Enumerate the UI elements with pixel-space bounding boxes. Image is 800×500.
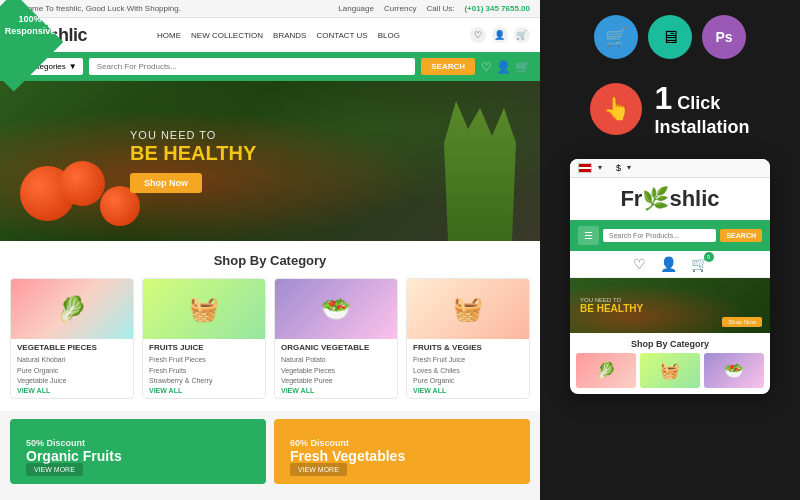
mobile-hero: YOU NEED TO BE HEALTHY Shop Now <box>570 278 770 333</box>
wishlist-icon[interactable]: ♡ <box>470 27 486 43</box>
vegetable-right <box>440 101 520 241</box>
tomato-2 <box>60 161 105 206</box>
right-panel: 🛒 🖥 Ps 👆 1 Click Installation ▾ $ ▾ Fr🌿s… <box>540 0 800 500</box>
category-card-organic[interactable]: 🥗 ORGANIC VEGETABLE Natural Potato Veget… <box>274 278 398 399</box>
dollar-sign: $ <box>616 163 621 173</box>
phone-number[interactable]: (+01) 345 7655.00 <box>464 4 530 13</box>
mobile-preview: ▾ $ ▾ Fr🌿shlic ☰ SEARCH ♡ 👤 🛒 0 YOU NEED… <box>570 159 770 394</box>
category-grid: 🥬 VEGETABLE PIECES Natural Khobari Pure … <box>10 278 530 399</box>
promo-discount-1: 60% Discount <box>290 438 514 448</box>
nav-home[interactable]: HOME <box>157 31 181 40</box>
dropdown-arrow-flag[interactable]: ▾ <box>598 163 602 172</box>
category-card-fruits-juice[interactable]: 🧺 FRUITS JUICE Fresh Fruit Pieces Fresh … <box>142 278 266 399</box>
site-header: Fr🌿shlic HOME NEW COLLECTION BRANDS CONT… <box>0 18 540 52</box>
install-text: 1 Click Installation <box>654 79 749 139</box>
dropdown-arrow-currency[interactable]: ▾ <box>627 163 631 172</box>
category-section: Shop By Category 🥬 VEGETABLE PIECES Natu… <box>0 241 540 411</box>
mobile-search-button[interactable]: SEARCH <box>720 229 762 242</box>
installation-section: 👆 1 Click Installation <box>590 79 749 139</box>
mobile-menu-icon[interactable]: ☰ <box>578 226 599 245</box>
section-title: Shop By Category <box>10 253 530 268</box>
nav-collection[interactable]: NEW COLLECTION <box>191 31 263 40</box>
mobile-user-icon[interactable]: 👤 <box>660 256 677 272</box>
mobile-cat-2[interactable]: 🧺 <box>640 353 700 388</box>
category-image-vegetables: 🥬 <box>11 279 133 339</box>
promo-card-organic[interactable]: 50% Discount Organic Fruits VIEW MORE <box>10 419 266 484</box>
topbar: Welcome To freshlic, Good Luck With Shop… <box>0 0 540 18</box>
promo-card-vegetables[interactable]: 60% Discount Fresh Vegetables VIEW MORE <box>274 419 530 484</box>
cart-icon-white[interactable]: 🛒 <box>515 60 530 74</box>
cart-icon[interactable]: 🛒 <box>514 27 530 43</box>
currency-selector[interactable]: Currency <box>384 4 416 13</box>
promo-btn-0[interactable]: VIEW MORE <box>26 463 83 476</box>
category-image-fruits-juice: 🧺 <box>143 279 265 339</box>
category-card-vegetables[interactable]: 🥬 VEGETABLE PIECES Natural Khobari Pure … <box>10 278 134 399</box>
mobile-icons-bar: ♡ 👤 🛒 0 <box>570 251 770 278</box>
nav-brands[interactable]: BRANDS <box>273 31 306 40</box>
website-preview: Welcome To freshlic, Good Luck With Shop… <box>0 0 540 500</box>
mobile-search-bar: ☰ SEARCH <box>570 220 770 251</box>
view-all-3[interactable]: VIEW ALL <box>413 387 523 394</box>
header-icons: ♡ 👤 🛒 <box>470 27 530 43</box>
mobile-shop-now-button[interactable]: Shop Now <box>722 317 762 327</box>
category-image-fruits-vegies: 🧺 <box>407 279 529 339</box>
touch-icon[interactable]: 👆 <box>590 83 642 135</box>
hero-title: BE HEALTHY <box>130 141 256 165</box>
cat-links-2: Natural Potato Vegetable Pieces Vegetabl… <box>281 355 391 387</box>
cart-count-badge: 0 <box>704 252 714 262</box>
cat-links-3: Fresh Fruit Juice Loves & Chiles Pure Or… <box>413 355 523 387</box>
cart-feature-icon[interactable]: 🛒 <box>594 15 638 59</box>
mobile-hero-title: BE HEALTHY <box>580 303 643 314</box>
mobile-section-title: Shop By Category <box>570 333 770 353</box>
mobile-hero-text: YOU NEED TO BE HEALTHY <box>580 297 643 314</box>
promo-title-1: Fresh Vegetables <box>290 448 514 465</box>
cat-name-0: VEGETABLE PIECES <box>17 343 127 352</box>
view-all-0[interactable]: VIEW ALL <box>17 387 127 394</box>
hero-content: YOU NEED TO BE HEALTHY Shop Now <box>130 129 256 193</box>
mobile-cart-icon[interactable]: 🛒 0 <box>691 256 708 272</box>
chevron-down-icon: ▼ <box>69 62 77 71</box>
category-image-organic: 🥗 <box>275 279 397 339</box>
nav-blog[interactable]: BLOG <box>378 31 400 40</box>
flag-icon <box>578 163 592 173</box>
mobile-topbar: ▾ $ ▾ <box>570 159 770 178</box>
monitor-feature-icon[interactable]: 🖥 <box>648 15 692 59</box>
promo-title-0: Organic Fruits <box>26 448 250 465</box>
mobile-logo[interactable]: Fr🌿shlic <box>620 186 719 212</box>
cat-name-2: ORGANIC VEGETABLE <box>281 343 391 352</box>
mobile-cat-1[interactable]: 🥬 <box>576 353 636 388</box>
nav-contact[interactable]: CONTACT US <box>316 31 367 40</box>
heart-icon[interactable]: ♡ <box>481 60 492 74</box>
shop-now-button[interactable]: Shop Now <box>130 173 202 193</box>
promo-discount-0: 50% Discount <box>26 438 250 448</box>
hero-subtitle: YOU NEED TO <box>130 129 256 141</box>
welcome-text: Welcome To freshlic, Good Luck With Shop… <box>10 4 181 13</box>
cat-links-0: Natural Khobari Pure Organic Vegetable J… <box>17 355 127 387</box>
search-action-icons: ♡ 👤 🛒 <box>481 60 530 74</box>
cat-name-3: FRUITS & VEGIES <box>413 343 523 352</box>
search-button[interactable]: SEARCH <box>421 58 475 75</box>
promo-section: 50% Discount Organic Fruits VIEW MORE 60… <box>0 411 540 492</box>
mobile-category-grid: 🥬 🧺 🥗 <box>570 353 770 394</box>
language-selector[interactable]: Language <box>338 4 374 13</box>
user-icon[interactable]: 👤 <box>492 27 508 43</box>
badge-label: 100%Responsive <box>4 14 56 37</box>
view-all-2[interactable]: VIEW ALL <box>281 387 391 394</box>
view-all-1[interactable]: VIEW ALL <box>149 387 259 394</box>
mobile-logo-area: Fr🌿shlic <box>570 178 770 220</box>
hero-section: YOU NEED TO BE HEALTHY Shop Now <box>0 81 540 241</box>
mobile-cat-3[interactable]: 🥗 <box>704 353 764 388</box>
user-icon-white[interactable]: 👤 <box>496 60 511 74</box>
category-card-fruits-vegies[interactable]: 🧺 FRUITS & VEGIES Fresh Fruit Juice Love… <box>406 278 530 399</box>
cat-name-1: FRUITS JUICE <box>149 343 259 352</box>
search-bar: All Categories ▼ SEARCH ♡ 👤 🛒 <box>0 52 540 81</box>
photoshop-feature-icon[interactable]: Ps <box>702 15 746 59</box>
cat-links-1: Fresh Fruit Pieces Fresh Fruits Strawber… <box>149 355 259 387</box>
search-input[interactable] <box>89 58 415 75</box>
mobile-search-input[interactable] <box>603 229 716 242</box>
mobile-wishlist-icon[interactable]: ♡ <box>633 256 646 272</box>
feature-icons-row: 🛒 🖥 Ps <box>594 15 746 59</box>
call-label: Call Us: <box>426 4 454 13</box>
main-navigation: HOME NEW COLLECTION BRANDS CONTACT US BL… <box>157 31 400 40</box>
promo-btn-1[interactable]: VIEW MORE <box>290 463 347 476</box>
